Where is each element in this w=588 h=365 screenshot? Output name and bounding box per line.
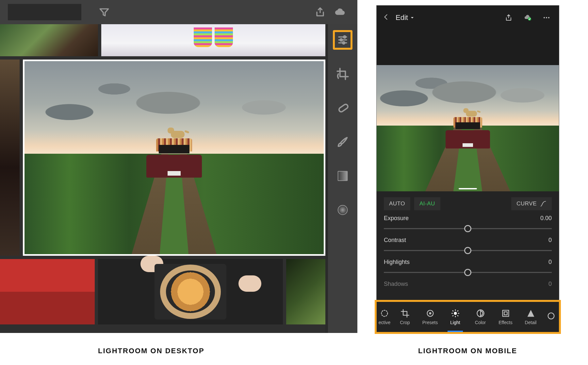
slider-track[interactable] [384,246,552,255]
photo-viewport[interactable] [377,65,559,191]
desktop-tool-rail [325,24,357,333]
slider-highlights[interactable]: Highlights 0 [384,259,552,277]
slider-label: Exposure [384,215,409,222]
slider-track[interactable] [384,268,552,277]
mode-label: Edit [396,13,408,22]
svg-point-6 [344,106,345,108]
tab-label: Effects [498,320,513,325]
slider-label: Contrast [384,237,406,244]
slider-shadows[interactable]: Shadows 0 [384,281,552,299]
tab-label: Color [475,320,486,325]
slider-value: 0 [548,237,552,244]
filter-icon[interactable] [94,7,114,18]
svg-point-14 [548,17,549,18]
drag-handle[interactable] [459,188,477,189]
slider-contrast[interactable]: Contrast 0 [384,237,552,255]
mode-dropdown[interactable]: Edit [396,13,415,22]
tab-optics-icon[interactable] [543,302,559,332]
svg-point-17 [429,312,431,315]
svg-line-26 [457,310,458,311]
thumbnail[interactable] [286,259,325,324]
selected-photo[interactable] [23,60,325,256]
chevron-down-icon [410,15,415,20]
lightroom-desktop [0,0,357,333]
caption-desktop: LIGHTROOM ON DESKTOP [98,347,204,355]
back-button[interactable] [383,13,390,22]
auto-button[interactable]: AUTO [384,197,410,210]
svg-point-15 [382,310,388,317]
caption-mobile: LIGHTROOM ON MOBILE [418,347,517,355]
search-input[interactable] [8,4,81,20]
svg-point-12 [544,17,545,18]
brush-icon[interactable] [333,132,352,152]
slider-value: 0 [548,281,552,287]
ai-auto-button[interactable]: AI-AU [414,197,440,210]
thumbnail[interactable] [0,60,20,256]
tab-label: ective [379,320,391,325]
curve-label: CURVE [516,200,537,207]
slider-track[interactable] [384,224,552,234]
tab-Effects[interactable]: Effects [493,302,518,332]
tab-label: Detail [525,320,537,325]
photo-grid[interactable] [0,24,325,333]
info-strip [377,30,559,65]
svg-rect-28 [502,310,509,317]
cloud-sync-ok-icon[interactable] [521,14,534,22]
tab-Detail[interactable]: Detail [518,302,543,332]
lightroom-mobile: Edit AUTO AI-AU CURVE [376,5,559,332]
svg-point-13 [546,17,547,18]
light-icon [451,309,460,318]
crop-icon [400,309,410,318]
tab-label: Crop [400,320,410,325]
curve-icon [540,200,547,207]
svg-point-10 [338,206,347,215]
share-icon[interactable] [310,7,330,18]
optics-icon [547,311,556,321]
tab-Color[interactable]: Color [468,302,493,332]
svg-rect-3 [338,103,349,113]
slider-exposure[interactable]: Exposure 0.00 [384,215,552,234]
tab-Presets[interactable]: Presets [417,302,443,332]
svg-point-30 [548,313,554,319]
thumbnail[interactable] [101,24,325,56]
selective-icon [380,309,389,318]
tab-Crop[interactable]: Crop [392,302,417,332]
radial-gradient-icon[interactable] [333,200,352,220]
mobile-topbar: Edit [377,6,559,30]
share-icon[interactable] [502,14,515,22]
slider-label: Shadows [384,281,408,287]
edit-sliders-icon[interactable] [333,30,352,50]
desktop-topbar [0,0,357,24]
slider-label: Highlights [384,259,410,266]
svg-point-18 [454,312,457,315]
curve-button[interactable]: CURVE [511,197,552,210]
svg-line-24 [457,315,458,316]
tab-ective[interactable]: ective [377,302,392,332]
effects-icon [501,309,510,318]
linear-gradient-icon[interactable] [333,166,352,186]
mobile-tool-tabs: ective Crop Presets Light Color Effects … [377,302,559,332]
presets-icon [426,309,435,318]
color-icon [476,309,485,318]
light-panel: AUTO AI-AU CURVE Exposure 0.00 Contrast … [377,191,559,305]
svg-line-23 [452,310,453,311]
slider-value: 0.00 [540,215,552,222]
svg-rect-8 [338,172,347,181]
tab-Light[interactable]: Light [443,302,468,332]
more-icon[interactable] [540,14,553,22]
svg-point-4 [340,108,342,110]
slider-value: 0 [548,259,552,266]
svg-rect-29 [504,312,507,315]
thumbnail[interactable] [98,259,283,324]
crop-icon[interactable] [333,64,352,84]
detail-icon [526,309,535,318]
healing-icon[interactable] [333,98,352,118]
svg-point-5 [342,107,343,109]
thumbnail[interactable] [0,259,95,324]
tab-label: Light [450,320,460,325]
cloud-icon[interactable] [330,7,350,18]
thumbnail[interactable] [0,24,98,56]
svg-line-25 [452,315,453,316]
tab-label: Presets [422,320,438,325]
